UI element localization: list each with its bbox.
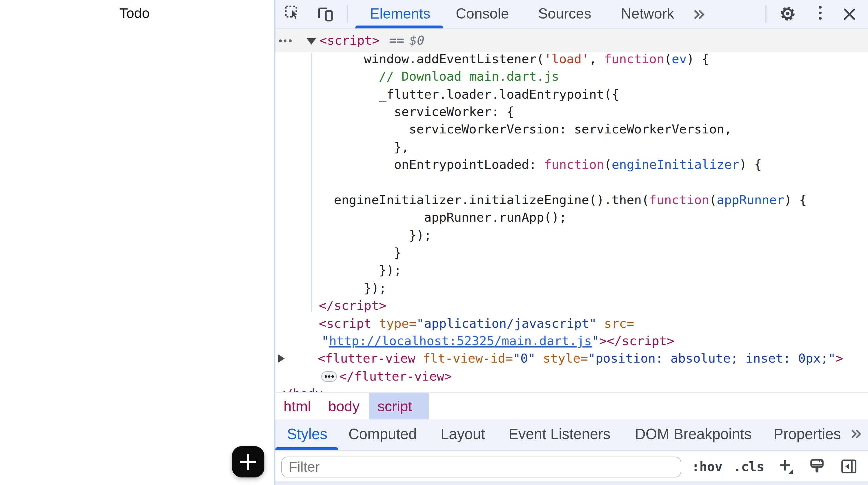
code-line[interactable]: },: [275, 139, 868, 156]
devtools-toolbar: ElementsConsoleSourcesNetwork: [275, 0, 868, 29]
breadcrumb-html[interactable]: html: [283, 393, 311, 420]
breadcrumb-body[interactable]: body: [328, 393, 360, 420]
code-line[interactable]: </script>: [275, 297, 868, 315]
page-title: Todo: [119, 5, 150, 22]
indent-guide-line: [311, 53, 312, 312]
collapsed-content-icon[interactable]: [321, 371, 337, 382]
more-sidebar-tabs-icon[interactable]: [848, 426, 863, 442]
settings-gear-icon[interactable]: [779, 5, 796, 22]
tab-elements[interactable]: Elements: [370, 0, 430, 26]
code-line[interactable]: <flutter-view flt-view-id="0" style="pos…: [275, 350, 868, 368]
code-line[interactable]: });: [275, 280, 868, 297]
code-line[interactable]: window.addEventListener('load', function…: [275, 51, 868, 68]
bottom-strip: [275, 482, 868, 485]
new-style-rule-icon[interactable]: [776, 457, 794, 476]
sidebar-tab-layout[interactable]: Layout: [441, 419, 485, 448]
code-line[interactable]: // Download main.dart.js: [275, 68, 868, 86]
hover-state-toggle[interactable]: :hov: [692, 451, 722, 482]
kebab-menu-icon[interactable]: [819, 6, 822, 22]
breadcrumb: htmlbodyscript: [275, 392, 868, 419]
toolbar-separator: [765, 5, 767, 23]
rendering-brush-icon[interactable]: [808, 458, 826, 475]
code-line[interactable]: });: [275, 226, 868, 244]
more-tabs-icon[interactable]: [690, 6, 707, 23]
code-line[interactable]: serviceWorker: {: [275, 103, 868, 121]
node-more-icon[interactable]: [279, 39, 292, 42]
code-line[interactable]: appRunner.runApp();: [275, 209, 868, 227]
tab-network[interactable]: Network: [621, 0, 674, 26]
code-line[interactable]: </flutter-view>: [275, 368, 868, 386]
code-line[interactable]: }: [275, 244, 868, 262]
tab-console[interactable]: Console: [456, 0, 509, 26]
add-todo-fab[interactable]: [232, 446, 265, 478]
code-line[interactable]: });: [275, 262, 868, 280]
selected-tab-underline: [355, 26, 443, 28]
equals-sign: ==: [389, 29, 404, 52]
sidebar-toggle-icon[interactable]: [840, 458, 858, 475]
dom-tree-code[interactable]: window.addEventListener('load', function…: [275, 51, 868, 403]
class-toggle[interactable]: .cls: [734, 451, 764, 482]
sidebar-tab-dom-breakpoints[interactable]: DOM Breakpoints: [635, 419, 752, 448]
selected-node-tag[interactable]: <script>: [319, 29, 379, 52]
inspect-icon[interactable]: [285, 5, 301, 22]
dollar-zero: $0: [409, 29, 425, 52]
expand-arrow-icon[interactable]: [278, 355, 285, 363]
selected-node-row[interactable]: <script> == $0: [275, 29, 868, 52]
expand-caret-icon[interactable]: [307, 38, 316, 45]
code-line[interactable]: serviceWorkerVersion: serviceWorkerVersi…: [275, 121, 868, 139]
devtools-panel: ElementsConsoleSourcesNetwork: [275, 0, 868, 485]
code-line[interactable]: "http://localhost:52325/main.dart.js"></…: [275, 332, 868, 350]
toolbar-separator: [347, 5, 348, 23]
close-icon[interactable]: [842, 7, 857, 22]
code-line[interactable]: [275, 174, 868, 191]
styles-filter-row: :hov .cls: [275, 451, 868, 482]
sidebar-tab-computed[interactable]: Computed: [348, 419, 416, 448]
sidebar-tab-properties[interactable]: Properties: [774, 419, 841, 448]
code-line[interactable]: _flutter.loader.loadEntrypoint({: [275, 86, 868, 103]
styles-filter-input[interactable]: [281, 457, 681, 478]
device-toolbar-icon[interactable]: [317, 5, 334, 23]
sidebar-tab-styles[interactable]: Styles: [287, 419, 327, 448]
code-line[interactable]: onEntrypointLoaded: function(engineIniti…: [275, 156, 868, 174]
tab-sources[interactable]: Sources: [538, 0, 591, 26]
breadcrumb-script[interactable]: script: [377, 393, 412, 420]
code-line[interactable]: <script type="application/javascript" sr…: [275, 315, 868, 332]
sidebar-tab-event-listeners[interactable]: Event Listeners: [508, 419, 611, 448]
sidebar-tabs: StylesComputedLayoutEvent ListenersDOM B…: [275, 419, 868, 451]
code-line[interactable]: engineInitializer.initializeEngine().the…: [275, 191, 868, 209]
